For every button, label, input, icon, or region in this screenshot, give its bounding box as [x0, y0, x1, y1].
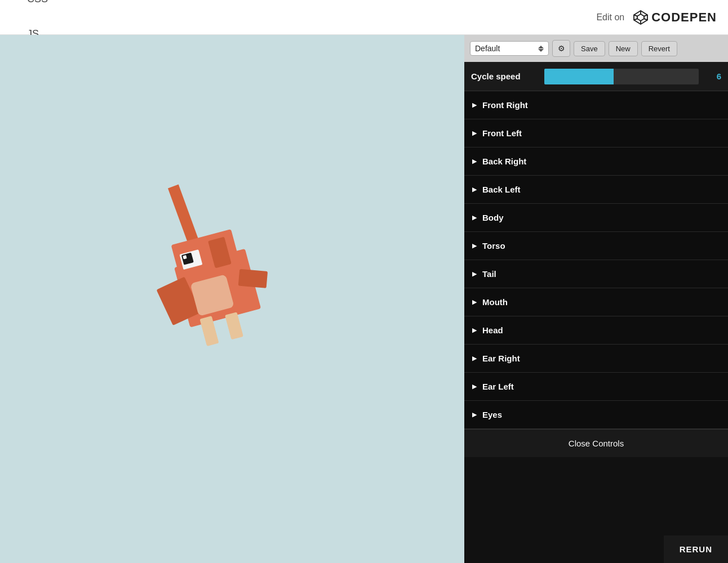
- chevron-back-right-icon: ▶: [472, 158, 477, 165]
- close-controls-button[interactable]: Close Controls: [464, 429, 728, 457]
- row-label-torso: Torso: [482, 241, 505, 251]
- svg-rect-8: [168, 185, 199, 247]
- chevron-back-left-icon: ▶: [472, 186, 477, 193]
- save-button[interactable]: Save: [574, 41, 605, 56]
- row-label-back-left: Back Left: [482, 185, 521, 194]
- row-ear-right[interactable]: ▶Ear Right: [464, 345, 728, 373]
- new-button[interactable]: New: [609, 41, 638, 56]
- codepen-text: CODEPEN: [651, 10, 717, 25]
- cycle-speed-row: Cycle speed 6: [464, 62, 728, 91]
- row-label-head: Head: [482, 325, 503, 335]
- codepen-logo[interactable]: CODEPEN: [632, 9, 717, 26]
- cycle-speed-slider[interactable]: [544, 69, 699, 84]
- chevron-ear-left-icon: ▶: [472, 383, 477, 390]
- svg-marker-1: [637, 14, 644, 21]
- toolbar-row: Default ⚙ Save New Revert: [464, 35, 728, 62]
- revert-button[interactable]: Revert: [641, 41, 677, 56]
- select-arrows: [538, 46, 544, 52]
- right-panel: Default ⚙ Save New Revert Cycle speed: [464, 35, 728, 563]
- bird-svg: [103, 158, 302, 373]
- gear-icon: ⚙: [558, 44, 565, 53]
- row-label-back-right: Back Right: [482, 157, 526, 166]
- cycle-speed-value: 6: [704, 72, 721, 81]
- chevron-front-left-icon: ▶: [472, 129, 477, 137]
- chevron-head-icon: ▶: [472, 327, 477, 334]
- preset-select[interactable]: Default: [470, 41, 549, 56]
- main-content: Default ⚙ Save New Revert Cycle speed: [0, 35, 728, 563]
- cycle-speed-fill: [544, 69, 614, 84]
- row-eyes[interactable]: ▶Eyes: [464, 401, 728, 429]
- row-label-front-left: Front Left: [482, 128, 522, 138]
- row-ear-left[interactable]: ▶Ear Left: [464, 373, 728, 401]
- chevron-torso-icon: ▶: [472, 242, 477, 249]
- svg-rect-16: [225, 312, 243, 339]
- chevron-mouth-icon: ▶: [472, 298, 477, 306]
- row-label-tail: Tail: [482, 269, 496, 279]
- collapsible-rows-container: ▶Front Right▶Front Left▶Back Right▶Back …: [464, 91, 728, 429]
- chevron-tail-icon: ▶: [472, 270, 477, 278]
- row-label-eyes: Eyes: [482, 410, 502, 419]
- row-tail[interactable]: ▶Tail: [464, 260, 728, 288]
- row-torso[interactable]: ▶Torso: [464, 232, 728, 260]
- svg-rect-17: [238, 269, 268, 288]
- preset-value: Default: [475, 44, 535, 53]
- tab-css[interactable]: CSS: [11, 0, 72, 17]
- chevron-front-right-icon: ▶: [472, 101, 477, 109]
- codepen-icon: [632, 9, 649, 26]
- controls-panel: Cycle speed 6 ▶Front Right▶Front Left▶Ba…: [464, 62, 728, 563]
- row-front-left[interactable]: ▶Front Left: [464, 119, 728, 148]
- chevron-ear-right-icon: ▶: [472, 355, 477, 362]
- arrow-up-icon: [538, 46, 544, 48]
- gear-button[interactable]: ⚙: [552, 40, 570, 57]
- row-label-body: Body: [482, 213, 504, 222]
- bird-character: [103, 158, 302, 373]
- cycle-speed-label: Cycle speed: [471, 72, 539, 81]
- chevron-body-icon: ▶: [472, 214, 477, 221]
- row-head[interactable]: ▶Head: [464, 316, 728, 345]
- preview-area: [0, 35, 464, 563]
- arrow-down-icon: [538, 49, 544, 52]
- chevron-eyes-icon: ▶: [472, 411, 477, 418]
- row-label-ear-right: Ear Right: [482, 354, 520, 363]
- row-back-left[interactable]: ▶Back Left: [464, 176, 728, 204]
- rerun-button[interactable]: RERUN: [664, 535, 728, 563]
- top-bar-right: Edit on CODEPEN: [596, 9, 717, 26]
- row-body[interactable]: ▶Body: [464, 204, 728, 232]
- edit-on-label: Edit on: [596, 12, 624, 23]
- row-label-mouth: Mouth: [482, 297, 508, 307]
- row-label-front-right: Front Right: [482, 100, 528, 110]
- row-label-ear-left: Ear Left: [482, 382, 514, 391]
- row-front-right[interactable]: ▶Front Right: [464, 91, 728, 119]
- row-mouth[interactable]: ▶Mouth: [464, 288, 728, 316]
- top-bar: HTMLCSSJSResult Edit on CODEPEN: [0, 0, 728, 35]
- row-back-right[interactable]: ▶Back Right: [464, 148, 728, 176]
